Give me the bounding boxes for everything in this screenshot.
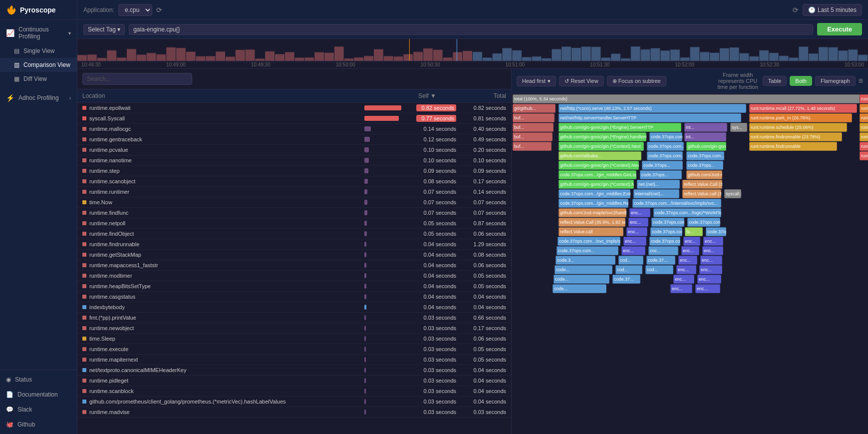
flamegraph-svg[interactable]: total (100%, 5.34 seconds)git/github...n…	[512, 93, 868, 393]
flamegraph-frame[interactable]: net.(net)...	[637, 180, 680, 189]
github-item[interactable]: 🐙 Github	[0, 417, 77, 432]
flamegraph-frame[interactable]: code.37ops.com.../gin_middles.Extrac...	[559, 189, 640, 198]
flamegraph-button[interactable]: Flamegraph	[815, 76, 856, 86]
flamegraph-frame[interactable]: enc...	[695, 284, 720, 293]
table-row[interactable]: runtime.mapiternext0.03 seconds0.05 seco…	[77, 355, 511, 365]
table-row[interactable]: runtime.newobject0.03 seconds0.17 second…	[77, 323, 511, 334]
flamegraph-frame[interactable]: runtime.netpoll (16.29%)	[860, 142, 868, 151]
flamegraph-frame[interactable]: enc...	[700, 256, 722, 265]
table-row[interactable]: syscall.Syscall0.77 seconds0.81 seconds	[77, 113, 511, 124]
reset-view-button[interactable]: ↺ Reset View	[559, 76, 604, 86]
head-first-button[interactable]: Head first ▾	[517, 76, 556, 86]
flamegraph-frame[interactable]: code.37ops...	[640, 170, 682, 179]
flamegraph-frame[interactable]: code.37ops.com...	[557, 246, 618, 255]
table-row[interactable]: runtime.scanobject0.08 seconds0.17 secon…	[77, 176, 511, 187]
flamegraph-frame[interactable]: runt:runtime.schedule (25.06%)	[749, 123, 847, 132]
table-row[interactable]: runtime.execute0.03 seconds0.05 seconds	[77, 344, 511, 355]
flamegraph-frame[interactable]: net/http.(*conn).serve (48.13%, 2.57 sec…	[559, 104, 746, 113]
flamegraph-frame[interactable]: github.com/alibaba...	[559, 151, 641, 160]
flamegraph-frame[interactable]: code.37ops.com...	[686, 151, 725, 160]
table-row[interactable]: runtime.step0.09 seconds0.09 seconds	[77, 166, 511, 176]
flamegraph-frame[interactable]: reflect.Value.Call (35.96%, 1.92 seconds…	[682, 180, 766, 189]
flamegraph-frame[interactable]: syscall.S...	[724, 189, 747, 198]
single-view-item[interactable]: ▤ Single View	[0, 44, 77, 58]
table-row[interactable]: runtime.casgstatus0.04 seconds0.04 secon…	[77, 292, 511, 302]
table-row[interactable]: runtime.mallocgc0.14 seconds0.40 seconds	[77, 124, 511, 134]
table-row[interactable]: runtime.runtimer0.07 seconds0.14 seconds	[77, 187, 511, 197]
flamegraph-frame[interactable]: code.37...	[612, 275, 640, 284]
flamegraph-frame[interactable]: total (100%, 5.34 seconds)	[513, 94, 868, 103]
flamegraph-frame[interactable]: runtime.schedule (25.06%)	[860, 123, 868, 132]
table-row[interactable]: runtime.findfunc0.07 seconds0.07 seconds	[77, 208, 511, 218]
refresh-button[interactable]: ⟳	[156, 6, 162, 14]
flamegraph-frame[interactable]: code.37ops.com.../gin_middles.GinLogger.…	[559, 170, 648, 179]
flamegraph-frame[interactable]: enc...	[623, 237, 646, 246]
table-row[interactable]: runtime.epollwait0.82 seconds0.82 second…	[77, 103, 511, 113]
flamegraph-frame[interactable]: code.37ops.com.../svc_impls/svc...	[558, 237, 628, 246]
flamegraph-frame[interactable]: code.37ops.c...	[706, 227, 738, 236]
flamegraph-frame[interactable]: runt:runtime.findrunnable	[749, 142, 837, 151]
flamegraph-frame[interactable]: coc...	[648, 246, 678, 255]
flamegraph-frame[interactable]: runtime.epollwait (15.36%)	[860, 151, 868, 160]
table-row[interactable]: runtime.nanotime0.10 seconds0.10 seconds	[77, 155, 511, 166]
tag-input[interactable]	[129, 24, 813, 35]
flamegraph-frame[interactable]: cod...	[615, 265, 642, 274]
flamegraph-frame[interactable]: enc...	[702, 246, 723, 255]
flamegraph-frame[interactable]: code.37ops...	[686, 161, 723, 170]
flamegraph-frame[interactable]: buf...	[513, 142, 552, 151]
time-range-button[interactable]: 🕐 Last 5 minutes	[803, 4, 862, 16]
column-header-self[interactable]: Self ▼	[366, 92, 446, 99]
focus-subtree-button[interactable]: ⊕ Focus on subtree	[607, 76, 666, 86]
flamegraph-frame[interactable]: buf...	[513, 123, 554, 132]
timeline[interactable]: 10:48:3010:49:0010:49:3010:50:0010:50:30…	[77, 39, 868, 69]
flamegraph-frame[interactable]: runtime.park_m (26.78%)	[860, 113, 868, 122]
adhoc-profiling-header[interactable]: ⚡ Adhoc Profiling ›	[0, 90, 77, 106]
flamegraph-frame[interactable]: runtime.findrunnable (23.78%)	[860, 132, 868, 141]
sync-button[interactable]: ⟳	[793, 6, 799, 14]
flamegraph-frame[interactable]: net/net/http.serverHandler.ServeHTTP	[559, 113, 741, 122]
flamegraph-frame[interactable]: code.37ops.com.../logic/w...	[687, 218, 744, 227]
flamegraph-frame[interactable]: github.com/gin-gonic/gin.(*Engine).Serve…	[559, 123, 681, 132]
diff-view-item[interactable]: ▦ Diff View	[0, 72, 77, 86]
flamegraph-frame[interactable]: cod...	[618, 256, 643, 265]
flamegraph-frame[interactable]: cod...	[645, 265, 673, 274]
table-row[interactable]: runtime.heapBitsSetType0.04 seconds0.05 …	[77, 281, 511, 292]
flamegraph-frame[interactable]: reflect.Value.Call (35.9%, 1.92 seconds)	[559, 218, 640, 227]
flamegraph-frame[interactable]: enc...	[676, 265, 696, 274]
table-row[interactable]: runtime.modtimer0.04 seconds0.05 seconds	[77, 271, 511, 281]
flamegraph-frame[interactable]: code.37ops.com...	[649, 237, 688, 246]
slack-item[interactable]: 💬 Slack	[0, 402, 77, 417]
flamegraph-frame[interactable]: reflect.Value.call (35.96%, 1.92 seconds…	[682, 189, 765, 198]
flamegraph-frame[interactable]: runt:runtime.mcall (27.72%, 1.48 seconds…	[749, 104, 857, 113]
flamegraph-frame[interactable]: code.37ops.com.../gin_middles.Recove...	[559, 199, 642, 208]
execute-button[interactable]: Execute	[817, 23, 862, 35]
table-row[interactable]: fmt.(*pp).printValue0.03 seconds0.66 sec…	[77, 313, 511, 323]
select-tag-button[interactable]: Select Tag ▾	[83, 24, 125, 35]
column-header-total[interactable]: Total	[446, 92, 506, 99]
table-row[interactable]: indexbytebody0.04 seconds0.04 seconds	[77, 302, 511, 313]
flamegraph-frame[interactable]: git/github...	[513, 104, 556, 113]
flamegraph-frame[interactable]: enc...	[681, 246, 699, 255]
table-row[interactable]: runtime.pidleget0.03 seconds0.04 seconds	[77, 376, 511, 386]
flamegraph-frame[interactable]: enc...	[699, 265, 722, 274]
flamegraph-canvas[interactable]: total (100%, 5.34 seconds)git/github...n…	[512, 93, 868, 434]
flamegraph-frame[interactable]: enc...	[673, 275, 694, 284]
flamegraph-frame[interactable]: int...	[684, 132, 726, 141]
flamegraph-frame[interactable]: github.com/Just-maple/serverless-gin.New…	[686, 170, 801, 179]
application-select[interactable]: e.cpu	[118, 4, 152, 16]
menu-button[interactable]: ≡	[859, 76, 863, 85]
table-row[interactable]: github.com/prometheus/client_golang/prom…	[77, 397, 511, 407]
flamegraph-frame[interactable]: code...	[555, 265, 612, 274]
flamegraph-frame[interactable]: runt:runtime.park_m	[860, 104, 868, 113]
flamegraph-frame[interactable]: enc...	[678, 256, 697, 265]
flamegraph-frame[interactable]: enc...	[683, 237, 700, 246]
search-input[interactable]	[82, 73, 192, 85]
flamegraph-frame[interactable]: code.37ops.com.../logic/*WorkFlowS...	[653, 208, 732, 217]
flamegraph-frame[interactable]: code.37...	[646, 256, 675, 265]
continuous-profiling-header[interactable]: 📈 Continuous Profiling ▾	[0, 22, 77, 44]
flamegraph-frame[interactable]: enc...	[629, 208, 650, 217]
flamegraph-frame[interactable]: github.com/gin-gonic/gin.(*Context).Next	[559, 142, 644, 151]
flamegraph-frame[interactable]: code.37ops.com.../internal/svc/impls/svc…	[632, 199, 721, 208]
table-row[interactable]: time.Now0.07 seconds0.07 seconds	[77, 197, 511, 208]
flamegraph-frame[interactable]: buf...	[513, 113, 555, 122]
